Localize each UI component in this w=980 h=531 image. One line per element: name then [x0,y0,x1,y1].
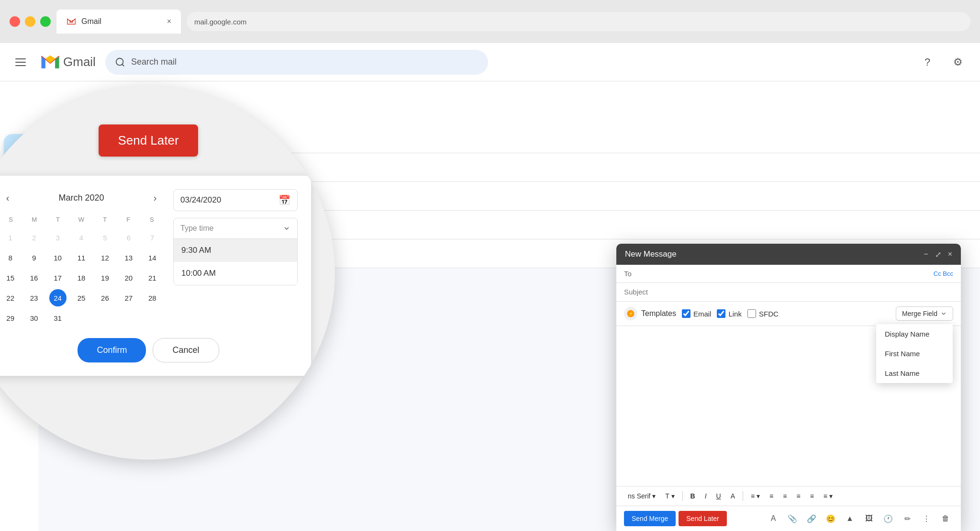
send-later-button[interactable]: Send Later [99,124,198,157]
cal-day-5[interactable]: 5 [96,229,113,246]
cal-day-8[interactable]: 8 [2,249,19,266]
merge-display-name-item[interactable]: Display Name [876,324,953,344]
cal-day-3[interactable]: 3 [49,229,67,246]
cal-day-4[interactable]: 4 [73,229,90,246]
maximize-traffic-light[interactable] [40,16,51,27]
cal-day-26[interactable]: 26 [96,289,113,306]
more-options-icon[interactable]: ⋮ [919,511,934,526]
indent-button[interactable]: ≡ [792,490,804,502]
cal-day-6[interactable]: 6 [120,229,137,246]
to-input[interactable] [643,270,929,278]
cal-day-30[interactable]: 30 [25,309,43,327]
cal-day-18[interactable]: 18 [73,269,90,286]
send-merge-button[interactable]: Send Merge [624,511,676,526]
url-bar[interactable]: mail.google.com [187,12,970,31]
attach-file-icon[interactable]: 📎 [785,511,800,526]
delete-draft-icon[interactable]: 🗑 [938,511,953,526]
link-checkbox[interactable] [717,309,725,318]
cal-day-13[interactable]: 13 [120,249,137,266]
font-family-button[interactable]: ns Serif ▾ [624,490,659,502]
cal-day-12[interactable]: 12 [96,249,113,266]
cal-day-21[interactable]: 21 [144,269,161,286]
cal-day-1[interactable]: 1 [2,229,19,246]
cal-day-29[interactable]: 29 [2,309,19,327]
outdent-button[interactable]: ≡ [806,490,818,502]
align-button[interactable]: ≡ ▾ [747,490,764,502]
time-option-930[interactable]: 9:30 AM [174,239,297,262]
time-options: 9:30 AM 10:00 AM [174,239,297,285]
cal-day-16[interactable]: 16 [25,269,43,286]
drive-icon[interactable]: ▲ [842,511,858,526]
signature-icon[interactable]: ✏ [900,511,915,526]
more-format-button[interactable]: ≡ ▾ [820,490,836,502]
cal-day-20[interactable]: 20 [120,269,137,286]
font-size-button[interactable]: T ▾ [661,490,678,502]
cal-day-23[interactable]: 23 [25,289,43,306]
confirm-button[interactable]: Confirm [78,338,146,362]
cal-day-28[interactable]: 28 [144,289,161,306]
sfdc-checkbox-item[interactable]: SFDC [747,309,779,318]
subject-input[interactable] [624,288,953,296]
tab-close-icon[interactable]: × [167,17,171,26]
text-formatting-icon[interactable]: A [766,511,781,526]
settings-button[interactable]: ⚙ [947,52,969,73]
help-button[interactable]: ? [917,52,938,73]
search-placeholder: Search mail [131,57,177,67]
email-checkbox-item[interactable]: Email [682,309,712,318]
gmail-search-bar[interactable]: Search mail [105,50,488,75]
cal-day-22[interactable]: 22 [2,289,19,306]
email-checkbox[interactable] [682,309,690,318]
text-color-button[interactable]: A [727,490,739,502]
date-input-row[interactable]: 03/24/2020 📅 [173,189,298,211]
insert-photo-icon[interactable]: 🖼 [861,511,877,526]
cal-day-9[interactable]: 9 [25,249,43,266]
bold-button[interactable]: B [687,490,699,502]
time-header[interactable]: Type time [174,218,297,239]
emoji-icon[interactable]: 😊 [823,511,838,526]
cal-day-25[interactable]: 25 [73,289,90,306]
calendar-prev-button[interactable]: ‹ [0,189,16,206]
cal-day-11[interactable]: 11 [73,249,90,266]
cal-day-24[interactable]: 24 [49,289,67,306]
cal-day-19[interactable]: 19 [96,269,113,286]
sfdc-checkbox[interactable] [747,309,756,318]
menu-button[interactable] [11,53,31,72]
cal-day-2[interactable]: 2 [25,229,43,246]
templates-button[interactable]: ⚡ Templates [624,307,676,320]
calendar-next-button[interactable]: › [146,189,164,206]
merge-first-name-item[interactable]: First Name [876,344,953,363]
cancel-button[interactable]: Cancel [153,338,219,362]
underline-button[interactable]: U [713,490,725,502]
ordered-list-button[interactable]: ≡ [766,490,777,502]
merge-field-button[interactable]: Merge Field Display Name First Name Last… [896,306,953,321]
calendar-days: 1 2 3 4 5 6 7 8 9 10 11 [0,228,164,328]
format-bar: ns Serif ▾ T ▾ B I U A ≡ ▾ ≡ ≡ ≡ ≡ ≡ ▾ [616,486,961,506]
time-option-1000[interactable]: 10:00 AM [174,262,297,285]
expand-compose-icon[interactable]: ⤢ [935,250,941,259]
merge-last-name-item[interactable]: Last Name [876,363,953,383]
cal-day-17[interactable]: 17 [49,269,67,286]
close-compose-icon[interactable]: × [948,250,952,259]
cc-bcc-button[interactable]: Cc Bcc [934,270,953,277]
cal-day-7[interactable]: 7 [144,229,161,246]
unordered-list-button[interactable]: ≡ [779,490,791,502]
insert-time-icon[interactable]: 🕐 [880,511,896,526]
calendar: ‹ March 2020 › S M T W T F [0,189,164,328]
cal-day-14[interactable]: 14 [144,249,161,266]
minimize-traffic-light[interactable] [25,16,35,27]
header-icons: ? ⚙ [917,52,969,73]
minimize-compose-icon[interactable]: − [924,250,928,259]
close-traffic-light[interactable] [10,16,20,27]
compose-title: New Message [625,249,677,259]
cal-day-15[interactable]: 15 [2,269,19,286]
calendar-month-year: March 2020 [58,193,104,203]
browser-tab[interactable]: M Gmail × [56,10,181,34]
cal-day-10[interactable]: 10 [49,249,67,266]
italic-button[interactable]: I [701,490,711,502]
calendar-icon[interactable]: 📅 [278,194,290,206]
send-later-compose-button[interactable]: Send Later [679,511,727,526]
link-checkbox-item[interactable]: Link [717,309,742,318]
insert-link-icon[interactable]: 🔗 [804,511,819,526]
cal-day-31[interactable]: 31 [49,309,67,327]
cal-day-27[interactable]: 27 [120,289,137,306]
